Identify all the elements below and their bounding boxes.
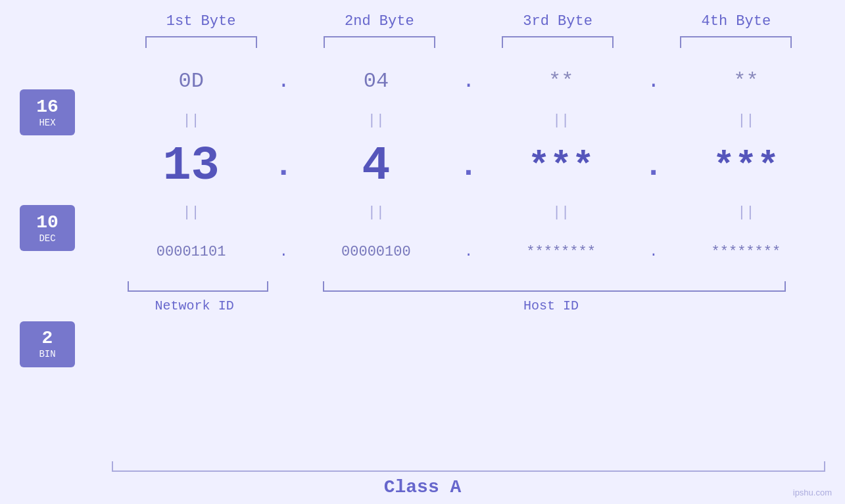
- network-bottom-bracket: [128, 281, 268, 292]
- bin-b2: 00000100: [341, 244, 411, 260]
- dec-b1: 13: [162, 139, 219, 193]
- bin-dot3: .: [649, 244, 658, 260]
- byte2-top-bracket: [324, 36, 435, 48]
- eq1-b4: ||: [737, 112, 754, 129]
- hex-base-label: HEX: [39, 118, 55, 128]
- outer-bottom-bracket: [112, 461, 825, 472]
- dec-badge: 10 DEC: [20, 205, 75, 251]
- byte3-top-bracket: [502, 36, 614, 48]
- hex-b3: **: [548, 69, 573, 93]
- eq2-b1: ||: [182, 204, 199, 221]
- byte3-header: 3rd Byte: [469, 13, 647, 30]
- byte4-header: 4th Byte: [647, 13, 825, 30]
- bin-dot2: .: [464, 244, 473, 260]
- eq1-b3: ||: [552, 112, 569, 129]
- eq1-b2: ||: [368, 112, 385, 129]
- network-id-label: Network ID: [112, 298, 277, 313]
- eq1-b1: ||: [182, 112, 199, 129]
- hex-dot2: .: [462, 69, 475, 93]
- dec-b2: 4: [362, 139, 390, 193]
- bin-dot1: .: [279, 244, 288, 260]
- eq2-b3: ||: [552, 204, 569, 221]
- byte2-header: 2nd Byte: [290, 13, 468, 30]
- dec-b3: ***: [528, 145, 594, 187]
- hex-badge: 16 HEX: [20, 89, 75, 135]
- bin-base-label: BIN: [39, 349, 55, 359]
- bin-b1: 00001101: [157, 244, 226, 260]
- watermark: ipshu.com: [793, 488, 832, 497]
- hex-dot1: .: [278, 69, 290, 93]
- dec-dot3: .: [644, 149, 663, 184]
- byte4-top-bracket: [680, 36, 792, 48]
- host-bottom-bracket: [323, 281, 786, 292]
- class-label: Class A: [384, 477, 462, 497]
- dec-b4: ***: [713, 145, 779, 187]
- hex-b1: 0D: [178, 69, 203, 93]
- hex-b4: **: [733, 69, 758, 93]
- bin-b3: ********: [526, 244, 596, 260]
- byte1-header: 1st Byte: [112, 13, 290, 30]
- dec-dot1: .: [274, 149, 293, 184]
- hex-base-number: 16: [36, 97, 59, 118]
- byte1-top-bracket: [145, 36, 257, 48]
- dec-base-label: DEC: [39, 233, 55, 244]
- bin-base-number: 2: [42, 329, 53, 349]
- bin-b4: ********: [712, 244, 781, 260]
- dec-base-number: 10: [36, 213, 59, 233]
- hex-b2: 04: [364, 69, 389, 93]
- host-id-label: Host ID: [303, 298, 825, 313]
- hex-dot3: .: [647, 69, 660, 93]
- dec-dot2: .: [459, 149, 478, 184]
- bin-badge: 2 BIN: [20, 321, 75, 367]
- eq2-b2: ||: [368, 204, 385, 221]
- eq2-b4: ||: [737, 204, 754, 221]
